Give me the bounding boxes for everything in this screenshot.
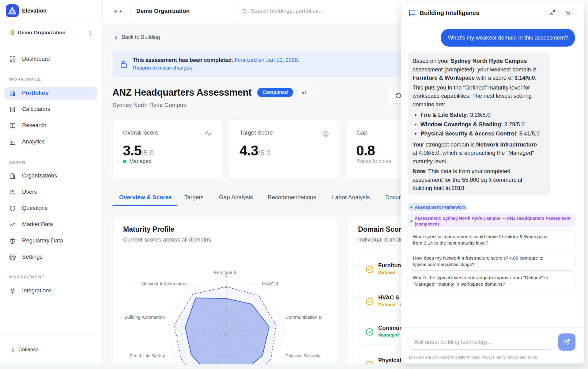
svg-text:Physical Security: Physical Security [285,353,321,358]
svg-text:1: 1 [225,320,227,325]
svg-text:Network Infrastructure: Network Infrastructure [141,281,187,286]
svg-text:HVAC &: HVAC & [262,281,279,286]
svg-text:Building Automation: Building Automation [124,314,165,320]
svg-text:4: 4 [225,285,227,289]
svg-text:0: 0 [225,332,227,337]
svg-text:2: 2 [225,308,227,313]
svg-text:Communication &: Communication & [285,314,322,320]
svg-text:3: 3 [225,297,227,301]
svg-text:Furniture &: Furniture & [214,270,237,275]
svg-text:Fire & Life Safety: Fire & Life Safety [130,353,165,358]
